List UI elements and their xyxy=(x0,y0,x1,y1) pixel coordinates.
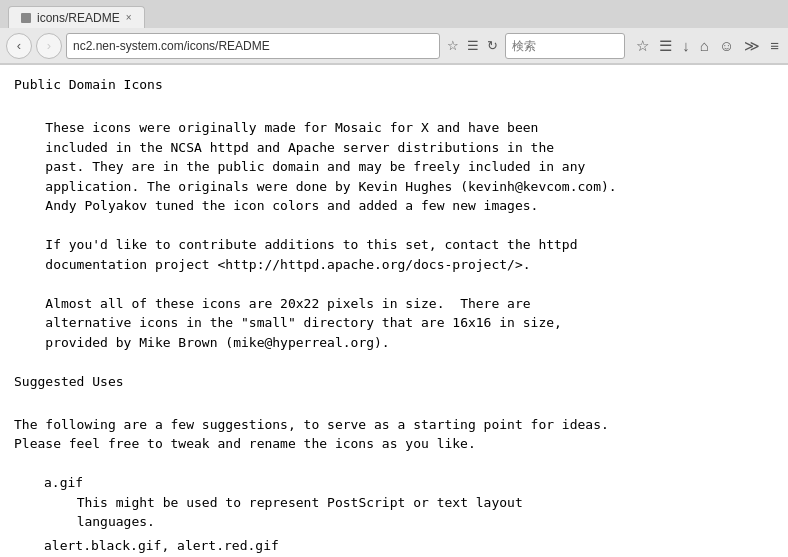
tab-close-button[interactable]: × xyxy=(126,12,132,23)
tab-label: icons/README xyxy=(37,11,120,25)
bookmark-star-icon[interactable]: ☆ xyxy=(444,36,462,55)
address-input[interactable] xyxy=(66,33,440,59)
contribute-text: If you'd like to contribute additions to… xyxy=(14,235,774,274)
forward-button[interactable]: › xyxy=(36,33,62,59)
bookmark-icon[interactable]: ☆ xyxy=(633,35,652,57)
browser-chrome: icons/README × ‹ › ☆ ☰ ↻ ☆ ☰ ↓ ⌂ ☺ ≫ ≡ xyxy=(0,0,788,65)
address-bar-container: ☆ ☰ ↻ xyxy=(66,33,501,59)
items-list: a.gif This might be used to represent Po… xyxy=(14,473,774,557)
page-title: Public Domain Icons xyxy=(14,75,774,95)
active-tab[interactable]: icons/README × xyxy=(8,6,145,28)
item-desc: This might be used to represent PostScri… xyxy=(14,493,774,532)
back-button[interactable]: ‹ xyxy=(6,33,32,59)
download-icon[interactable]: ↓ xyxy=(679,35,693,56)
content-area: Public Domain Icons These icons were ori… xyxy=(0,65,788,557)
search-input[interactable] xyxy=(505,33,625,59)
suggested-uses-title: Suggested Uses xyxy=(14,372,774,392)
smiley-icon[interactable]: ☺ xyxy=(716,35,737,56)
reload-button[interactable]: ↻ xyxy=(484,36,501,55)
item-name: alert.black.gif, alert.red.gif xyxy=(44,536,774,556)
intro-text: These icons were originally made for Mos… xyxy=(14,118,774,216)
reader-icon[interactable]: ☰ xyxy=(464,36,482,55)
item-name: a.gif xyxy=(44,473,774,493)
reader-view-icon[interactable]: ☰ xyxy=(656,35,675,57)
toolbar-icons: ☆ ☰ ↓ ⌂ ☺ ≫ ≡ xyxy=(633,35,782,57)
nav-bar: ‹ › ☆ ☰ ↻ ☆ ☰ ↓ ⌂ ☺ ≫ ≡ xyxy=(0,28,788,64)
suggested-intro-text: The following are a few suggestions, to … xyxy=(14,415,774,454)
menu-icon[interactable]: ≡ xyxy=(767,35,782,56)
home-icon[interactable]: ⌂ xyxy=(697,35,712,56)
address-icons: ☆ ☰ ↻ xyxy=(444,36,501,55)
size-info-text: Almost all of these icons are 20x22 pixe… xyxy=(14,294,774,353)
tab-favicon xyxy=(21,13,31,23)
more-icon[interactable]: ≫ xyxy=(741,35,763,57)
tab-bar: icons/README × xyxy=(0,0,788,28)
